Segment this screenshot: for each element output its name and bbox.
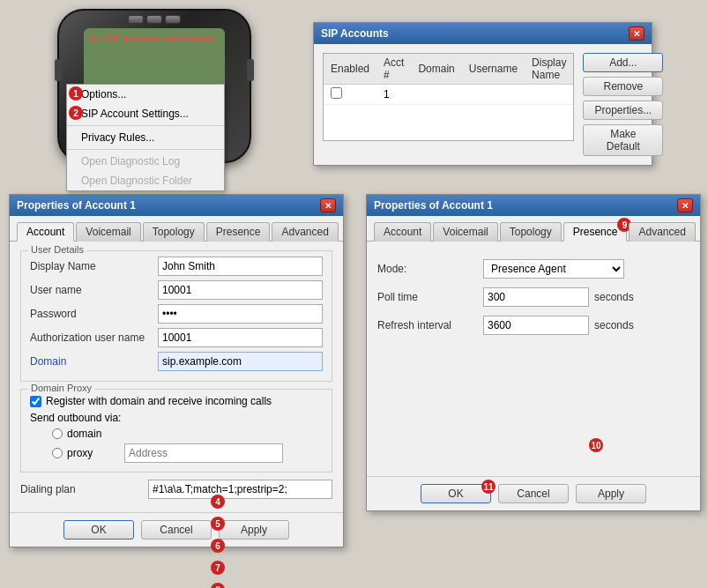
tab-account-right[interactable]: Account <box>374 222 431 242</box>
cell-enabled <box>324 85 376 105</box>
context-menu-sep-2 <box>67 149 224 150</box>
sip-accounts-title: SIP Accounts <box>321 27 389 40</box>
domain-label: Domain <box>30 355 158 368</box>
tab-voicemail-left[interactable]: Voicemail <box>76 222 140 242</box>
badge-11: 11 <box>481 480 496 494</box>
password-input[interactable] <box>158 304 323 324</box>
cell-display-name <box>525 85 573 105</box>
sip-accounts-content: Enabled Acct # Domain Username Display N… <box>314 44 652 165</box>
accounts-table: Enabled Acct # Domain Username Display N… <box>324 54 573 105</box>
props-right-cancel-btn[interactable]: Cancel <box>498 484 569 503</box>
domain-proxy-label: Domain Proxy <box>28 383 94 393</box>
mode-label: Mode: <box>377 263 483 275</box>
accounts-table-container: Enabled Acct # Domain Username Display N… <box>323 53 574 141</box>
dialing-plan-label: Dialing plan <box>20 483 148 495</box>
remove-button[interactable]: Remove <box>583 77 663 96</box>
username-input[interactable] <box>158 280 323 300</box>
context-menu: Options... 1 SIP Account Settings... 2 P… <box>66 84 225 191</box>
sip-accounts-layout: Enabled Acct # Domain Username Display N… <box>323 53 643 156</box>
context-menu-sip-settings[interactable]: SIP Account Settings... 2 <box>67 104 224 123</box>
sip-accounts-titlebar: SIP Accounts ✕ <box>314 23 652 44</box>
tab-presence-left[interactable]: Presence <box>206 222 271 242</box>
send-outbound-label: Send outbound via: <box>30 412 323 424</box>
props-left-bottom-btns: OK Cancel Apply <box>10 512 343 547</box>
props-left-body: User Details Display Name 4 User name 5 … <box>10 242 343 512</box>
phone-side-btn-right[interactable] <box>247 59 254 81</box>
display-name-input[interactable] <box>158 257 323 276</box>
col-acct: Acct # <box>376 54 411 85</box>
col-display-name: Display Name <box>525 54 573 85</box>
props-left-cancel-btn[interactable]: Cancel <box>141 520 212 540</box>
mode-select[interactable]: Presence AgentNoneSIMPLE <box>483 259 624 279</box>
context-menu-sep-1 <box>67 125 224 126</box>
tab-presence-right[interactable]: Presence 9 <box>563 222 628 242</box>
auth-user-label: Authorization user name <box>30 331 158 344</box>
password-label: Password <box>30 308 158 320</box>
tab-account-left[interactable]: Account <box>17 222 74 242</box>
domain-input[interactable] <box>158 352 323 371</box>
tab-advanced-left[interactable]: Advanced <box>272 222 338 242</box>
props-left-ok-btn[interactable]: OK <box>63 520 134 540</box>
make-default-button[interactable]: Make Default <box>583 124 663 156</box>
props-right-titlebar: Properties of Account 1 ✕ <box>367 195 700 216</box>
auth-user-input[interactable] <box>158 328 323 347</box>
radio-domain-label: domain <box>67 428 120 440</box>
phone-btn-3[interactable] <box>165 15 181 24</box>
display-name-label: Display Name <box>30 260 158 272</box>
props-right-close-btn[interactable]: ✕ <box>677 198 693 212</box>
username-label: User name <box>30 284 158 296</box>
sip-accounts-close-btn[interactable]: ✕ <box>629 26 645 41</box>
phone-status-text: No SIP accounts are enabled <box>84 30 225 48</box>
register-label: Register with domain and receive incomin… <box>46 395 272 407</box>
poll-time-row: Poll time seconds <box>377 287 689 307</box>
radio-domain-row: domain <box>30 428 323 440</box>
context-menu-diag-log: Open Diagnostic Log <box>67 152 224 171</box>
table-row[interactable]: 1 <box>324 85 573 105</box>
badge-4: 4 <box>211 495 225 509</box>
poll-time-input[interactable] <box>483 287 589 307</box>
props-right-ok-btn[interactable]: OK 11 <box>421 484 491 503</box>
address-input[interactable] <box>124 443 283 463</box>
radio-domain[interactable] <box>52 428 63 439</box>
phone-btn-2[interactable] <box>146 15 162 24</box>
add-button[interactable]: Add... <box>583 53 663 72</box>
sip-accounts-main: Enabled Acct # Domain Username Display N… <box>323 53 574 156</box>
tab-voicemail-right[interactable]: Voicemail <box>433 222 497 242</box>
properties-button[interactable]: Properties... <box>583 100 663 120</box>
props-left-close-btn[interactable]: ✕ <box>320 198 336 212</box>
phone-btn-1[interactable] <box>128 15 144 24</box>
badge-10: 10 <box>589 438 603 452</box>
radio-proxy[interactable] <box>52 448 63 458</box>
badge-1: 1 <box>69 86 83 100</box>
props-dialog-left: Properties of Account 1 ✕ Account Voicem… <box>9 194 344 547</box>
refresh-interval-row: Refresh interval seconds <box>377 316 689 335</box>
cell-acct: 1 <box>376 85 411 105</box>
dialing-plan-input[interactable] <box>148 480 332 499</box>
props-right-apply-btn[interactable]: Apply <box>576 484 646 503</box>
context-menu-privacy[interactable]: Privacy Rules... <box>67 128 224 147</box>
badge-8: 8 <box>211 583 225 588</box>
tab-topology-right[interactable]: Topology <box>500 222 562 242</box>
refresh-interval-input[interactable] <box>483 316 589 335</box>
props-right-tab-bar: Account Voicemail Topology Presence 9 Ad… <box>367 216 700 242</box>
tab-topology-left[interactable]: Topology <box>143 222 205 242</box>
account-enabled-check[interactable] <box>331 87 342 99</box>
props-left-apply-btn[interactable]: Apply <box>219 520 289 540</box>
context-menu-options[interactable]: Options... 1 <box>67 85 224 104</box>
auth-user-row: Authorization user name 7 <box>30 328 323 347</box>
dialing-plan-row: Dialing plan <box>20 480 332 499</box>
refresh-interval-label: Refresh interval <box>377 319 483 331</box>
domain-row: Domain 8 <box>30 352 323 371</box>
props-left-title: Properties of Account 1 <box>17 199 136 212</box>
badge-2: 2 <box>69 106 83 120</box>
col-username: Username <box>462 54 525 85</box>
tab-advanced-right[interactable]: Advanced <box>629 222 695 242</box>
sip-accounts-buttons: Add... Remove Properties... Make Default <box>583 53 663 156</box>
display-name-row: Display Name 4 <box>30 257 323 276</box>
user-details-label: User Details <box>28 244 86 255</box>
props-dialog-right: Properties of Account 1 ✕ Account Voicem… <box>366 194 701 511</box>
col-domain: Domain <box>411 54 461 85</box>
phone-side-btn-left[interactable] <box>55 59 62 81</box>
register-check[interactable] <box>30 396 41 407</box>
badge-5: 5 <box>211 517 225 531</box>
